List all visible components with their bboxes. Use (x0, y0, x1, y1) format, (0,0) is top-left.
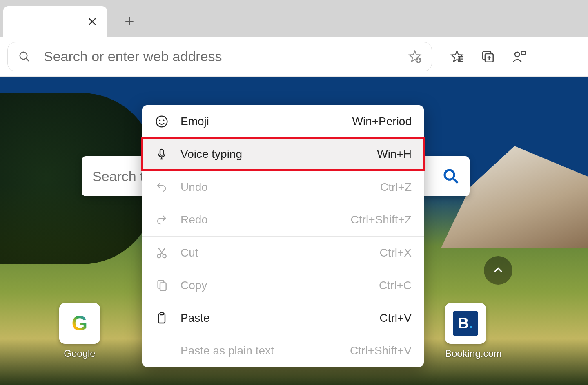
address-input[interactable] (44, 49, 396, 64)
svg-point-9 (163, 120, 164, 121)
ctx-label: Redo (180, 213, 339, 226)
svg-rect-10 (160, 149, 163, 155)
quicklink-tile: G (59, 303, 100, 344)
new-tab-page: G Google B Booking.com Emoji Win+Period … (0, 77, 588, 385)
quicklink-label: Booking.com (445, 348, 502, 359)
ctx-label: Paste as plain text (180, 344, 339, 357)
svg-rect-5 (521, 51, 526, 54)
ctx-emoji[interactable]: Emoji Win+Period (142, 105, 424, 138)
ctx-shortcut: Ctrl+Shift+V (350, 344, 412, 357)
ctx-voice-typing[interactable]: Voice typing Win+H (142, 138, 424, 170)
ctx-shortcut: Ctrl+Shift+Z (351, 213, 412, 226)
ctx-shortcut: Ctrl+C (379, 279, 412, 292)
profile-icon[interactable] (512, 50, 526, 64)
ctx-shortcut: Win+Period (352, 115, 412, 128)
copy-icon (154, 279, 169, 292)
redo-icon (154, 213, 169, 226)
ctx-label: Copy (180, 279, 368, 292)
cut-icon (154, 246, 169, 259)
ctx-shortcut: Ctrl+X (379, 246, 412, 259)
ctx-label: Undo (180, 181, 369, 194)
ctx-shortcut: Ctrl+V (379, 312, 412, 325)
search-button[interactable] (443, 168, 459, 184)
ctx-cut[interactable]: Cut Ctrl+X (142, 237, 424, 269)
ctx-label: Cut (180, 246, 368, 259)
toolbar-actions (450, 50, 526, 64)
quicklink-booking[interactable]: B Booking.com (445, 303, 502, 359)
svg-point-0 (20, 52, 27, 59)
svg-point-6 (445, 170, 454, 179)
browser-toolbar (0, 37, 588, 77)
tab-strip: + (0, 0, 588, 37)
ctx-shortcut: Win+H (377, 148, 412, 161)
search-icon (18, 50, 31, 64)
google-logo-icon: G (72, 312, 88, 335)
paste-icon (154, 312, 169, 325)
emoji-icon (154, 115, 169, 128)
svg-point-8 (159, 120, 160, 121)
ctx-redo[interactable]: Redo Ctrl+Shift+Z (142, 204, 424, 236)
quicklink-tile: B (445, 303, 486, 344)
ctx-copy[interactable]: Copy Ctrl+C (142, 269, 424, 302)
svg-point-4 (515, 52, 519, 56)
address-bar[interactable] (7, 42, 432, 71)
close-icon[interactable] (88, 17, 97, 26)
plus-icon: + (125, 12, 134, 31)
favorites-icon[interactable] (450, 50, 464, 64)
ctx-label: Voice typing (180, 148, 365, 161)
svg-point-7 (156, 116, 167, 127)
ctx-label: Emoji (180, 115, 341, 128)
svg-rect-16 (160, 313, 163, 315)
collections-icon[interactable] (481, 50, 495, 64)
ctx-paste[interactable]: Paste Ctrl+V (142, 302, 424, 334)
undo-icon (154, 181, 169, 194)
booking-logo-icon: B (453, 311, 478, 336)
browser-tab[interactable] (3, 6, 107, 37)
ctx-shortcut: Ctrl+Z (380, 181, 412, 194)
context-menu: Emoji Win+Period Voice typing Win+H Undo… (142, 105, 424, 367)
microphone-icon (154, 148, 169, 161)
ctx-undo[interactable]: Undo Ctrl+Z (142, 171, 424, 204)
new-tab-button[interactable]: + (117, 9, 142, 33)
quicklink-label: Google (59, 348, 100, 359)
add-favorite-icon[interactable] (408, 50, 422, 64)
svg-rect-14 (160, 283, 166, 290)
quicklink-google[interactable]: G Google (59, 303, 100, 359)
ctx-label: Paste (180, 312, 368, 325)
scroll-up-button[interactable] (484, 256, 512, 285)
ctx-paste-plain[interactable]: Paste as plain text Ctrl+Shift+V (142, 334, 424, 367)
